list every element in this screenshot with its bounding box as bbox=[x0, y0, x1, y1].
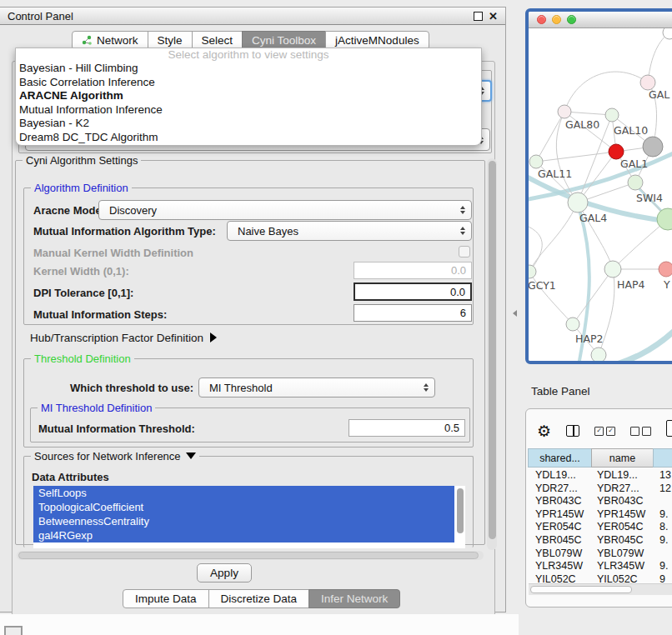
deselect-columns-icon[interactable] bbox=[630, 427, 651, 436]
mi-type-label: Mutual Information Algorithm Type: bbox=[33, 225, 216, 238]
control-panel-title: Control Panel bbox=[8, 10, 73, 22]
select-columns-icon[interactable]: ✓✓ bbox=[594, 427, 615, 436]
network-node[interactable] bbox=[529, 265, 536, 278]
network-node[interactable] bbox=[591, 348, 606, 362]
settings-vertical-scrollbar[interactable] bbox=[487, 158, 497, 550]
mi-steps-field[interactable]: 6 bbox=[354, 304, 472, 322]
minimize-traffic-light[interactable] bbox=[552, 15, 561, 24]
attribute-list-item[interactable]: SelfLoops bbox=[33, 486, 454, 500]
table-row[interactable]: YER054CYER054C8. bbox=[529, 520, 672, 533]
network-node-label: GCY1 bbox=[529, 279, 556, 292]
tab-infer-network[interactable]: Infer Network bbox=[308, 589, 400, 608]
close-icon[interactable]: ✕ bbox=[489, 11, 498, 22]
settings-vscroll-thumb[interactable] bbox=[489, 161, 496, 539]
panel-splitter-handle[interactable] bbox=[513, 310, 517, 317]
split-view-icon[interactable] bbox=[566, 425, 579, 437]
dropdown-item[interactable]: Bayesian - K2 bbox=[16, 117, 481, 131]
network-node[interactable] bbox=[566, 318, 579, 331]
table-row[interactable]: YDL19...YDL19...13 bbox=[529, 468, 672, 482]
mi-type-combo[interactable]: Naive Bayes bbox=[227, 221, 472, 241]
column-header-third[interactable] bbox=[653, 448, 672, 468]
dropdown-item[interactable]: Dream8 DC_TDC Algorithm bbox=[16, 131, 481, 145]
desktop: Control Panel ✕ Network Style Select Cyn bbox=[0, 0, 672, 635]
mi-threshold-title: MI Threshold Definition bbox=[38, 402, 155, 414]
close-traffic-light[interactable] bbox=[537, 15, 546, 24]
apply-button[interactable]: Apply bbox=[197, 563, 252, 582]
mi-threshold-field[interactable]: 0.5 bbox=[349, 419, 465, 437]
network-edge[interactable] bbox=[536, 112, 564, 162]
kernel-width-label: Kernel Width (0,1): bbox=[33, 265, 129, 278]
hub-factor-toggle[interactable]: Hub/Transcription Factor Definition bbox=[30, 332, 217, 344]
network-node[interactable] bbox=[604, 261, 621, 278]
attribute-list-item[interactable]: TopologicalCoefficient bbox=[33, 500, 454, 514]
table-row[interactable]: YLR345WYLR345W9. bbox=[529, 559, 672, 572]
column-sheet-icon[interactable] bbox=[666, 420, 672, 437]
data-attributes-list: SelfLoopsTopologicalCoefficientBetweenne… bbox=[33, 486, 465, 548]
network-node[interactable] bbox=[605, 108, 619, 122]
which-threshold-label: Which threshold to use: bbox=[70, 382, 193, 394]
column-header-name[interactable]: name bbox=[591, 448, 654, 468]
network-node[interactable] bbox=[529, 155, 543, 168]
float-window-icon[interactable] bbox=[474, 12, 483, 21]
table-row[interactable]: YIL052CYIL052C9 bbox=[529, 572, 672, 583]
table-header-row: shared... name bbox=[529, 448, 672, 468]
hub-factor-label: Hub/Transcription Factor Definition bbox=[30, 332, 203, 344]
network-node[interactable] bbox=[659, 262, 672, 277]
aracne-mode-combo[interactable]: Discovery bbox=[98, 200, 472, 220]
attribute-list-item[interactable]: gal4RGexp bbox=[33, 528, 454, 542]
table-row[interactable]: YBR043CYBR043C bbox=[529, 494, 672, 508]
data-attributes-label: Data Attributes bbox=[32, 471, 109, 483]
tab-discretize-data[interactable]: Discretize Data bbox=[208, 589, 310, 608]
dropdown-item[interactable]: Bayesian - Hill Climbing bbox=[16, 62, 481, 76]
table-row[interactable]: YBL079WYBL079W bbox=[529, 547, 672, 560]
tab-impute-data[interactable]: Impute Data bbox=[123, 589, 209, 608]
tab-network-label: Network bbox=[97, 34, 138, 47]
dpi-tolerance-label: DPI Tolerance [0,1]: bbox=[33, 287, 133, 299]
network-node[interactable] bbox=[643, 137, 663, 157]
network-canvas[interactable]: GALGAL80GAL10GAL1GAL11SWI4GAL4GCY1HAP4YH… bbox=[529, 28, 672, 362]
bottom-strip bbox=[0, 614, 519, 635]
network-edge[interactable] bbox=[564, 112, 612, 115]
table-hscroll-thumb[interactable] bbox=[530, 586, 632, 593]
control-panel-titlebar: Control Panel ✕ bbox=[0, 8, 505, 25]
settings-horizontal-scrollbar[interactable] bbox=[17, 551, 484, 560]
column-header-shared[interactable]: shared... bbox=[528, 448, 592, 468]
network-node[interactable] bbox=[558, 105, 571, 118]
combo-stepper-icon bbox=[460, 227, 465, 235]
table-horizontal-scrollbar[interactable] bbox=[529, 583, 672, 595]
dpi-tolerance-field[interactable]: 0.0 bbox=[354, 282, 472, 301]
attribute-list-item[interactable]: BetweennessCentrality bbox=[33, 514, 454, 528]
minimized-panel-handle[interactable] bbox=[4, 626, 23, 635]
network-node[interactable] bbox=[628, 175, 643, 190]
network-node-label: SWI4 bbox=[636, 192, 663, 204]
network-edge[interactable] bbox=[564, 72, 648, 112]
table-row[interactable]: YDR27...YDR27...12 bbox=[529, 482, 672, 495]
manual-kernel-checkbox[interactable] bbox=[459, 246, 470, 258]
attributes-scrollbar-thumb[interactable] bbox=[457, 488, 464, 533]
network-node[interactable] bbox=[568, 192, 588, 212]
collapsed-arrow-icon bbox=[210, 332, 217, 342]
gear-icon[interactable]: ⚙ bbox=[537, 423, 551, 439]
table-row[interactable]: YPR145WYPR145W9. bbox=[529, 508, 672, 521]
aracne-mode-label: Aracne Mode: bbox=[33, 204, 105, 217]
network-window-titlebar bbox=[529, 12, 672, 28]
dropdown-item[interactable]: Mutual Information Inference bbox=[16, 103, 481, 118]
settings-hscroll-thumb[interactable] bbox=[18, 552, 479, 559]
network-view-window[interactable]: GALGAL80GAL10GAL1GAL11SWI4GAL4GCY1HAP4YH… bbox=[525, 8, 672, 364]
zoom-traffic-light[interactable] bbox=[567, 15, 576, 24]
kernel-width-field[interactable]: 0.0 bbox=[354, 262, 472, 279]
expanded-arrow-icon bbox=[186, 452, 196, 459]
dropdown-item[interactable]: ARACNE Algorithm bbox=[16, 89, 481, 103]
network-edge[interactable] bbox=[536, 152, 616, 162]
threshold-definition-title: Threshold Definition bbox=[31, 352, 134, 365]
sources-toggle[interactable]: Sources for Network Inference bbox=[31, 450, 199, 462]
network-edge[interactable] bbox=[573, 269, 613, 324]
which-threshold-combo[interactable]: MI Threshold bbox=[198, 378, 435, 398]
network-edge[interactable] bbox=[648, 32, 669, 82]
table-row[interactable]: YBR045CYBR045C9. bbox=[529, 533, 672, 547]
network-icon bbox=[82, 35, 93, 46]
dropdown-item[interactable]: Basic Correlation Inference bbox=[16, 76, 481, 90]
mi-threshold-label: Mutual Information Threshold: bbox=[38, 422, 195, 435]
bottom-tabs: Impute Data Discretize Data Infer Networ… bbox=[123, 589, 400, 608]
network-node-label: GAL11 bbox=[538, 168, 572, 180]
